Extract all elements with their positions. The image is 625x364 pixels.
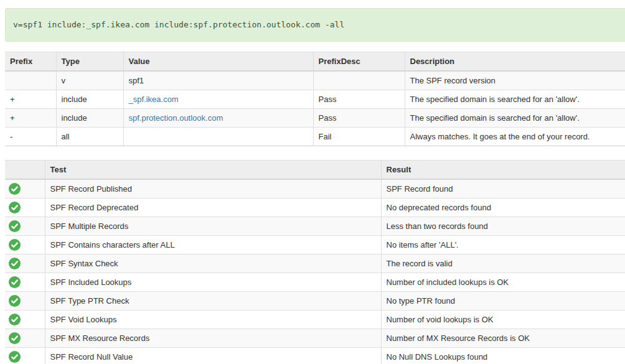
description-cell: Always matches. It goes at the end of yo… — [405, 128, 625, 146]
column-header-prefix: Prefix — [5, 52, 56, 72]
value-cell — [123, 128, 313, 146]
tests-table-header-row: Test Result — [5, 161, 625, 180]
column-header-type: Type — [56, 52, 123, 72]
test-name-cell: SPF Type PTR Check — [45, 292, 381, 310]
status-cell — [5, 292, 45, 310]
status-cell — [5, 329, 45, 348]
column-header-description: Description — [405, 52, 625, 72]
record-row-version: v spf1 The SPF record version — [5, 71, 625, 90]
type-cell: all — [56, 128, 123, 146]
test-result-cell: The record is valid — [381, 254, 625, 273]
check-circle-icon — [9, 351, 21, 363]
record-row-include-ikea: + include _spf.ikea.com Pass The specifi… — [5, 90, 625, 109]
check-circle-icon — [9, 183, 21, 195]
column-header-value: Value — [123, 52, 313, 72]
prefixdesc-cell: Fail — [313, 128, 405, 146]
record-table-header-row: Prefix Type Value PrefixDesc Description — [5, 52, 625, 72]
test-row: SPF Multiple Records Less than two recor… — [5, 217, 625, 236]
status-cell — [5, 254, 45, 273]
column-header-result: Result — [381, 161, 625, 180]
test-result-cell: Less than two records found — [381, 217, 625, 236]
test-name-cell: SPF Record Deprecated — [45, 198, 381, 217]
prefixdesc-cell: Pass — [313, 109, 405, 128]
prefix-cell: + — [5, 109, 56, 128]
prefix-cell: - — [5, 128, 56, 146]
spf-tests-table: Test Result SPF Record Published SPF Rec… — [5, 160, 625, 364]
status-cell — [5, 179, 45, 198]
value-cell: spf.protection.outlook.com — [123, 109, 313, 128]
type-cell: include — [56, 109, 123, 128]
test-result-cell: No items after 'ALL'. — [381, 236, 625, 254]
check-circle-icon — [9, 295, 21, 307]
value-cell: _spf.ikea.com — [123, 90, 313, 109]
test-name-cell: SPF Void Lookups — [45, 310, 381, 329]
check-circle-icon — [9, 332, 21, 344]
check-circle-icon — [9, 220, 21, 232]
test-row: SPF Void Lookups Number of void lookups … — [5, 310, 625, 329]
check-circle-icon — [9, 314, 21, 325]
test-row: SPF Contains characters after ALL No ite… — [5, 236, 625, 254]
column-header-test: Test — [45, 161, 381, 180]
check-circle-icon — [9, 258, 21, 269]
status-cell — [5, 236, 45, 254]
record-row-all: - all Fail Always matches. It goes at th… — [5, 128, 625, 146]
value-cell: spf1 — [123, 71, 313, 90]
status-cell — [5, 217, 45, 236]
test-name-cell: SPF Included Lookups — [45, 273, 381, 292]
test-result-cell: SPF Record found — [381, 179, 625, 198]
test-row: SPF Record Published SPF Record found — [5, 179, 625, 198]
test-name-cell: SPF MX Resource Records — [45, 329, 381, 348]
spf-record-table: Prefix Type Value PrefixDesc Description… — [5, 52, 625, 146]
test-result-cell: Number of MX Resource Records is OK — [381, 329, 625, 348]
test-name-cell: SPF Contains characters after ALL — [45, 236, 381, 254]
spf-record-text: v=spf1 include:_spf.ikea.com include:spf… — [13, 20, 344, 29]
domain-link-spf-outlook[interactable]: spf.protection.outlook.com — [129, 113, 223, 123]
description-cell: The specified domain is searched for an … — [405, 109, 625, 128]
test-result-cell: No Null DNS Lookups found — [381, 348, 625, 364]
check-circle-icon — [9, 202, 21, 213]
test-row: SPF Record Null Value No Null DNS Lookup… — [5, 348, 625, 364]
description-cell: The SPF record version — [405, 71, 625, 90]
status-cell — [5, 310, 45, 329]
test-name-cell: SPF Syntax Check — [45, 254, 381, 273]
test-result-cell: No type PTR found — [381, 292, 625, 310]
test-result-cell: Number of void lookups is OK — [381, 310, 625, 329]
test-row: SPF Type PTR Check No type PTR found — [5, 292, 625, 310]
test-name-cell: SPF Record Published — [45, 179, 381, 198]
prefix-cell — [5, 71, 56, 90]
spf-check-results-page: v=spf1 include:_spf.ikea.com include:spf… — [0, 0, 625, 364]
prefix-cell: + — [5, 90, 56, 109]
test-row: SPF MX Resource Records Number of MX Res… — [5, 329, 625, 348]
test-result-cell: No deprecated records found — [381, 198, 625, 217]
type-cell: include — [56, 90, 123, 109]
test-name-cell: SPF Multiple Records — [45, 217, 381, 236]
test-row: SPF Record Deprecated No deprecated reco… — [5, 198, 625, 217]
status-cell — [5, 273, 45, 292]
record-row-include-outlook: + include spf.protection.outlook.com Pas… — [5, 109, 625, 128]
column-header-prefixdesc: PrefixDesc — [313, 52, 405, 72]
test-name-cell: SPF Record Null Value — [45, 348, 381, 364]
spf-record-banner: v=spf1 include:_spf.ikea.com include:spf… — [5, 8, 625, 42]
test-row: SPF Syntax Check The record is valid — [5, 254, 625, 273]
prefixdesc-cell: Pass — [313, 90, 405, 109]
type-cell: v — [56, 71, 123, 90]
domain-link-spf-ikea[interactable]: _spf.ikea.com — [129, 95, 179, 104]
check-circle-icon — [9, 276, 21, 288]
status-cell — [5, 198, 45, 217]
check-circle-icon — [9, 239, 21, 251]
test-result-cell: Number of included lookups is OK — [381, 273, 625, 292]
description-cell: The specified domain is searched for an … — [405, 90, 625, 109]
status-cell — [5, 348, 45, 364]
prefixdesc-cell — [313, 71, 405, 90]
test-row: SPF Included Lookups Number of included … — [5, 273, 625, 292]
column-header-status — [5, 161, 45, 180]
